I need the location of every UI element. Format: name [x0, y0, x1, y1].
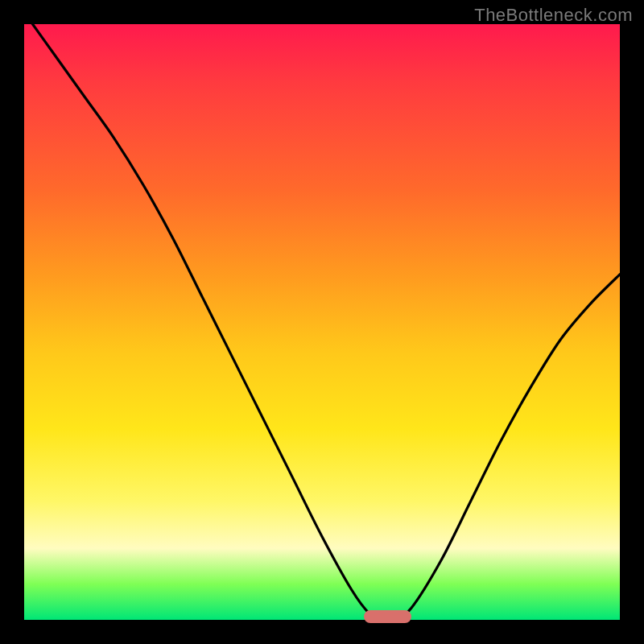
minimum-marker — [364, 610, 411, 623]
watermark-text: TheBottleneck.com — [474, 5, 633, 26]
plot-area — [24, 24, 620, 620]
curve-path — [24, 12, 620, 621]
chart-frame: TheBottleneck.com — [0, 0, 644, 644]
bottleneck-curve — [24, 24, 620, 620]
